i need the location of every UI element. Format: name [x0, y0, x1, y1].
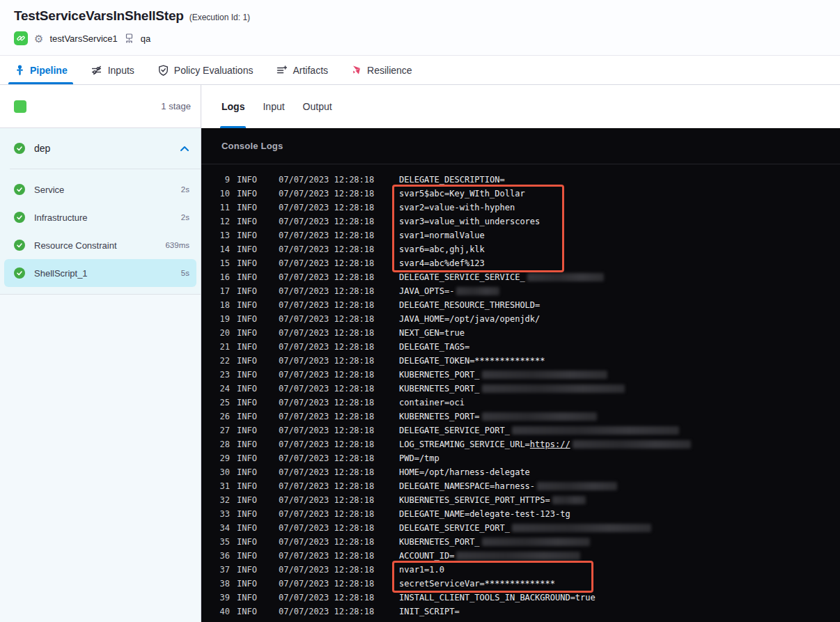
tab-artifacts[interactable]: Artifacts	[277, 56, 328, 84]
resilience-icon	[352, 65, 361, 75]
step-row[interactable]: Infrastructure 2s	[4, 203, 196, 231]
log-message: LOG_STREAMING_SERVICE_URL=https://	[399, 440, 691, 449]
tab-resilience[interactable]: Resilience	[352, 56, 412, 84]
log-message: KUBERNETES_SERVICE_PORT_HTTPS=	[399, 495, 586, 505]
log-line-number: 27	[206, 426, 230, 435]
step-details-panel: Logs Input Output Console Logs 9 INFO 07…	[201, 85, 840, 622]
log-message: NEXT_GEN=true	[399, 328, 465, 338]
console-logs-header: Console Logs	[201, 128, 840, 164]
redacted-block	[482, 538, 590, 546]
log-timestamp: 07/07/2023 12:28:18	[279, 328, 375, 338]
log-timestamp: 07/07/2023 12:28:18	[279, 342, 375, 352]
log-timestamp: 07/07/2023 12:28:18	[279, 523, 375, 533]
step-row[interactable]: Resource Constraint 639ms	[4, 231, 196, 259]
log-level: INFO	[237, 217, 279, 226]
log-line-number: 25	[206, 398, 230, 407]
log-level: INFO	[237, 286, 279, 296]
log-line-number: 24	[206, 384, 230, 394]
inputs-icon	[91, 65, 102, 75]
log-panel-tabs: Logs Input Output	[201, 85, 840, 128]
log-timestamp: 07/07/2023 12:28:18	[279, 244, 375, 254]
log-timestamp: 07/07/2023 12:28:18	[279, 314, 375, 324]
log-message: container=oci	[399, 398, 465, 407]
log-line-number: 37	[206, 565, 230, 575]
execution-id-label: (Execution Id: 1)	[189, 13, 250, 22]
log-line-number: 21	[206, 342, 230, 352]
log-level: INFO	[237, 412, 279, 421]
stage-section: dep	[0, 128, 201, 169]
tab-output[interactable]: Output	[303, 85, 332, 128]
log-line-number: 16	[206, 272, 230, 282]
log-line-number: 9	[206, 175, 230, 185]
log-level: INFO	[237, 398, 279, 407]
log-line-number: 34	[206, 523, 230, 533]
environment-icon	[124, 33, 134, 43]
tab-logs[interactable]: Logs	[221, 85, 244, 128]
step-name: Resource Constraint	[34, 240, 117, 251]
success-check-icon	[14, 143, 25, 154]
main-tabbar: Pipeline Inputs Policy Evaluations	[0, 56, 840, 85]
log-level: INFO	[237, 328, 279, 338]
redacted-block	[482, 384, 625, 393]
redacted-block	[527, 273, 604, 281]
log-message: DELEGATE_SERVICE_PORT_	[399, 523, 651, 533]
log-timestamp: 07/07/2023 12:28:18	[279, 272, 375, 282]
tab-pipeline[interactable]: Pipeline	[15, 56, 68, 84]
log-line: 34 INFO 07/07/2023 12:28:18 DELEGATE_SER…	[201, 521, 840, 535]
log-line-number: 15	[206, 258, 230, 268]
log-line: 28 INFO 07/07/2023 12:28:18 LOG_STREAMIN…	[201, 437, 840, 451]
log-line: 20 INFO 07/07/2023 12:28:18 NEXT_GEN=tru…	[201, 326, 840, 340]
log-line-number: 36	[206, 551, 230, 561]
stage-row-dep[interactable]: dep	[0, 128, 201, 169]
step-duration: 5s	[181, 269, 189, 277]
tab-label: Inputs	[108, 65, 134, 76]
tab-policy-evaluations[interactable]: Policy Evaluations	[158, 56, 254, 84]
log-message: INIT_SCRIPT=	[399, 607, 460, 616]
log-level: INFO	[237, 370, 279, 380]
log-timestamp: 07/07/2023 12:28:18	[279, 189, 375, 199]
log-line: 33 INFO 07/07/2023 12:28:18 DELEGATE_NAM…	[201, 507, 840, 521]
tab-inputs[interactable]: Inputs	[91, 56, 134, 84]
console-log-output: 9 INFO 07/07/2023 12:28:18 DELEGATE_DESC…	[201, 164, 840, 622]
log-level: INFO	[237, 509, 279, 519]
log-timestamp: 07/07/2023 12:28:18	[279, 593, 375, 602]
log-message: secretServiceVar=**************	[399, 579, 555, 589]
step-row[interactable]: ShellScript_1 5s	[4, 259, 196, 287]
log-line: 12 INFO 07/07/2023 12:28:18 svar3=value_…	[201, 215, 840, 228]
execution-sidebar: 1 stage dep Service 2	[0, 85, 201, 622]
log-timestamp: 07/07/2023 12:28:18	[279, 398, 375, 407]
log-line-number: 32	[206, 495, 230, 505]
log-message: JAVA_HOME=/opt/java/openjdk/	[399, 314, 540, 324]
log-link[interactable]: https://	[530, 440, 570, 449]
log-line-number: 28	[206, 440, 230, 449]
log-timestamp: 07/07/2023 12:28:18	[279, 551, 375, 561]
log-line: 39 INFO 07/07/2023 12:28:18 INSTALL_CLIE…	[201, 591, 840, 605]
log-line-number: 26	[206, 412, 230, 421]
log-timestamp: 07/07/2023 12:28:18	[279, 607, 375, 616]
log-level: INFO	[237, 426, 279, 435]
log-line: 22 INFO 07/07/2023 12:28:18 DELEGATE_TOK…	[201, 354, 840, 368]
step-row[interactable]: Service 2s	[4, 176, 196, 203]
log-message: svar2=value-with-hyphen	[399, 203, 515, 212]
log-message: KUBERNETES_PORT_	[399, 370, 607, 380]
log-line: 10 INFO 07/07/2023 12:28:18 svar5$abc=Ke…	[201, 187, 840, 201]
log-message: svar4=abc%def%123	[399, 258, 485, 268]
redacted-block	[512, 524, 651, 532]
log-timestamp: 07/07/2023 12:28:18	[279, 370, 375, 380]
step-duration: 639ms	[165, 241, 189, 249]
log-line: 14 INFO 07/07/2023 12:28:18 svar6=abc,gh…	[201, 242, 840, 256]
chevron-up-icon[interactable]	[180, 146, 189, 152]
tab-input[interactable]: Input	[263, 85, 284, 128]
success-check-icon	[14, 184, 25, 195]
shield-check-icon	[158, 65, 169, 76]
log-line-number: 29	[206, 453, 230, 463]
redacted-block	[512, 426, 679, 435]
log-level: INFO	[237, 272, 279, 282]
log-message: JAVA_OPTS=-	[399, 286, 499, 296]
redacted-block	[573, 440, 691, 449]
log-line-number: 17	[206, 286, 230, 296]
success-check-icon	[14, 240, 25, 251]
log-timestamp: 07/07/2023 12:28:18	[279, 495, 375, 505]
log-level: INFO	[237, 495, 279, 505]
log-message: DELEGATE_DESCRIPTION=	[399, 175, 505, 185]
